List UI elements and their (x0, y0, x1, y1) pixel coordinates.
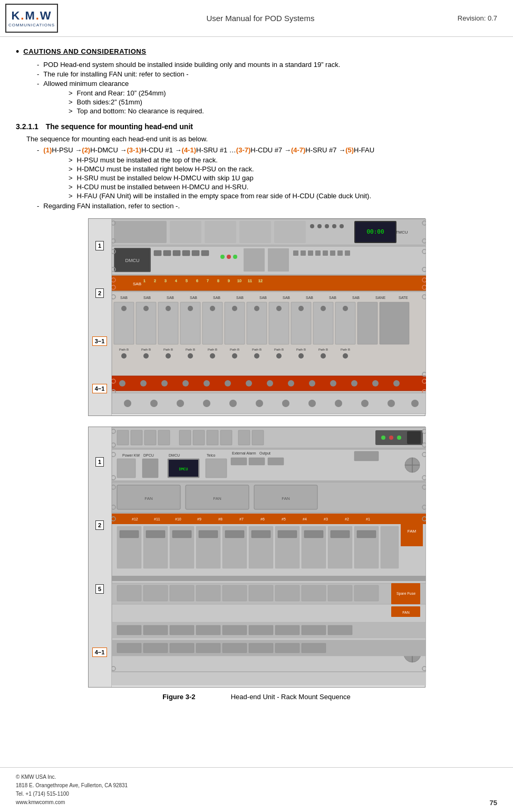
svg-point-93 (143, 306, 149, 311)
svg-text:SAB: SAB (167, 296, 174, 299)
svg-rect-289 (328, 625, 352, 635)
svg-point-154 (150, 400, 158, 407)
svg-rect-173 (207, 430, 218, 445)
svg-text:#9: #9 (197, 517, 201, 521)
svg-rect-40 (330, 250, 335, 256)
svg-point-163 (388, 400, 395, 407)
svg-rect-24 (154, 250, 161, 256)
svg-rect-255 (331, 530, 350, 538)
svg-point-159 (282, 400, 289, 407)
svg-rect-196 (206, 459, 227, 478)
svg-point-130 (204, 380, 210, 386)
gt-3: > (69, 107, 73, 115)
rack1-label-31: 3−1 (92, 336, 108, 346)
svg-point-126 (119, 380, 125, 386)
svg-rect-90 (357, 302, 378, 344)
rack2-label-2: 2 (95, 520, 104, 530)
caution-text-2: The rule for installing FAN unit: refer … (43, 70, 188, 78)
svg-point-121 (276, 353, 282, 359)
svg-text:2: 2 (154, 279, 156, 283)
svg-text:#6: #6 (260, 517, 265, 521)
svg-rect-294 (170, 643, 194, 653)
caution-text-3: Allowed minimum clearance (43, 80, 129, 88)
svg-point-155 (177, 400, 184, 407)
svg-text:Power KW: Power KW (122, 453, 140, 457)
svg-point-158 (256, 400, 263, 407)
svg-rect-293 (143, 643, 168, 653)
rack2-label-1: 1 (95, 457, 104, 467)
seq-2-num: (2) (82, 146, 90, 154)
svg-point-119 (232, 353, 237, 359)
svg-rect-246 (381, 526, 399, 568)
svg-point-96 (210, 306, 215, 311)
logo-sub: COMMUNICATIONS (8, 23, 55, 27)
svg-point-102 (343, 306, 348, 311)
svg-text:8: 8 (217, 279, 219, 283)
svg-rect-6 (274, 221, 306, 243)
svg-point-30 (220, 255, 225, 259)
rack2-labels: 1 2 5 4−1 (89, 427, 112, 687)
svg-rect-252 (251, 530, 270, 538)
svg-text:#8: #8 (218, 517, 222, 521)
rack1-units: 00:00 TMCU (112, 219, 426, 415)
svg-text:Spare Fuse: Spare Fuse (396, 592, 415, 596)
svg-point-97 (232, 306, 237, 311)
svg-point-100 (298, 306, 304, 311)
svg-rect-167 (117, 430, 129, 445)
seq-b2: H-DMCU must be installed right below H-P… (77, 165, 254, 173)
svg-point-128 (161, 380, 168, 386)
seq-5-text: H-FAU (354, 146, 374, 154)
svg-text:Path B: Path B (296, 348, 306, 351)
svg-text:#12: #12 (132, 517, 138, 521)
svg-text:Path B: Path B (274, 348, 284, 351)
svg-text:External Alarm: External Alarm (232, 451, 256, 455)
section-intro: The sequence for mounting each head-end … (26, 135, 497, 143)
svg-point-161 (335, 400, 342, 407)
svg-point-99 (276, 306, 282, 311)
svg-text:Path B: Path B (208, 348, 217, 351)
svg-rect-248 (146, 530, 165, 538)
svg-rect-260 (143, 585, 168, 601)
seq-47-text: H-SRU #7 → (305, 146, 345, 154)
svg-text:SATE: SATE (399, 296, 408, 299)
svg-text:FAN: FAN (282, 496, 290, 501)
svg-point-15 (340, 224, 344, 228)
content-area: • Cautions and Considerations - POD Head… (0, 37, 513, 720)
svg-text:DPCU: DPCU (143, 453, 154, 457)
svg-point-32 (233, 255, 237, 259)
svg-rect-174 (220, 430, 232, 445)
svg-rect-282 (143, 625, 168, 635)
svg-text:SAB: SAB (190, 296, 197, 299)
svg-point-136 (330, 380, 336, 386)
svg-text:#1: #1 (366, 517, 370, 521)
rack1-svg: 00:00 TMCU (112, 219, 426, 414)
gt-1: > (69, 89, 73, 97)
svg-point-132 (246, 380, 252, 386)
svg-point-94 (166, 306, 171, 311)
svg-text:Path B: Path B (119, 348, 129, 351)
svg-rect-172 (193, 430, 205, 445)
svg-point-95 (188, 306, 193, 311)
seq-b4: H-CDU must be installed between H-DMCU a… (77, 183, 249, 191)
svg-rect-253 (278, 530, 297, 538)
svg-text:11: 11 (248, 279, 252, 283)
seq-47-num: (4-7) (291, 146, 305, 154)
svg-rect-265 (275, 585, 299, 601)
seq-bullet-3: > H-SRU must be installed below H-DMCU w… (69, 174, 497, 182)
svg-rect-268 (354, 585, 379, 601)
svg-point-179 (389, 436, 393, 440)
svg-text:10: 10 (237, 279, 241, 283)
svg-text:Output: Output (259, 451, 270, 456)
seq-bullet-2: > H-DMCU must be installed right below H… (69, 165, 497, 173)
clearance-list: > Front and Rear: 10” (254mm) > Both sid… (69, 89, 497, 115)
svg-point-164 (411, 400, 419, 407)
svg-rect-262 (196, 585, 220, 601)
svg-rect-38 (315, 250, 321, 256)
svg-point-114 (121, 353, 127, 359)
svg-rect-292 (117, 643, 141, 653)
svg-rect-152 (112, 393, 426, 414)
seq-31-text: H-CDU #1 → (141, 146, 182, 154)
rack1-label-2: 2 (95, 288, 104, 298)
caution-item-1: - POD Head-end system should be installe… (37, 61, 497, 69)
rack-diagram-1: 1 2 3−1 4−1 (88, 218, 425, 416)
